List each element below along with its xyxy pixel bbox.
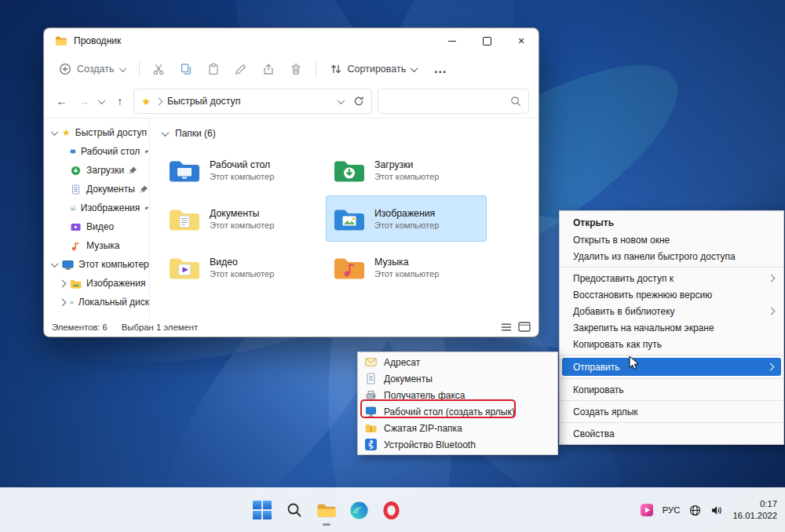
folder-tile-desktop[interactable]: Рабочий столЭтот компьютер (161, 147, 322, 193)
breadcrumb[interactable]: ★ Быстрый доступ (133, 89, 372, 114)
rename-button[interactable] (228, 56, 254, 82)
minimize-button[interactable] (435, 28, 469, 53)
sidebar-item-downloads[interactable]: Загрузки (49, 161, 149, 180)
refresh-icon[interactable] (353, 96, 364, 107)
send-to-item-mail-recipient[interactable]: Адресат (358, 354, 557, 370)
edge-button[interactable] (343, 494, 374, 526)
language-indicator[interactable]: РУС (663, 505, 681, 515)
menu-separator (560, 267, 783, 268)
sidebar-item-local-disk[interactable]: Локальный диск (49, 293, 149, 312)
more-options-button[interactable]: … (425, 61, 455, 77)
address-dropdown-icon[interactable] (338, 97, 345, 104)
chevron-right-icon[interactable] (59, 298, 67, 306)
cut-button[interactable] (146, 56, 172, 82)
chevron-down-icon[interactable] (51, 260, 59, 268)
network-globe-icon[interactable] (689, 505, 701, 516)
send-to-item-zip-folder[interactable]: Сжатая ZIP-папка (358, 420, 557, 436)
document-icon (365, 373, 377, 384)
large-icons-view-icon[interactable] (518, 322, 531, 332)
menu-separator (560, 355, 783, 355)
opera-button[interactable] (375, 494, 407, 526)
back-button[interactable]: ← (53, 95, 70, 107)
plus-icon (59, 63, 71, 75)
context-menu-item-add-to-library[interactable]: Добавить в библиотеку (560, 303, 783, 319)
sidebar-item-pictures[interactable]: Изображения (49, 199, 149, 217)
up-button[interactable]: ↑ (111, 95, 128, 107)
folder-tile-downloads[interactable]: ЗагрузкиЭтот компьютер (326, 147, 487, 193)
recent-locations-icon[interactable] (98, 97, 106, 104)
menu-separator (560, 378, 783, 379)
details-view-icon[interactable] (501, 322, 512, 332)
folder-tile-music[interactable]: МузыкаЭтот компьютер (326, 244, 487, 290)
context-menu-item-unpin-quick-access[interactable]: Удалить из панели быстрого доступа (560, 248, 783, 264)
share-icon (262, 63, 275, 75)
folders-group-header[interactable]: Папки (6) (162, 128, 529, 139)
file-explorer-button[interactable] (311, 494, 342, 526)
status-bar: Элементов: 6 Выбран 1 элемент (44, 317, 539, 337)
chevron-down-icon (411, 64, 418, 72)
zip-folder-icon (365, 422, 377, 434)
create-label: Создать (77, 64, 115, 75)
windows-logo-icon (253, 501, 272, 519)
sort-label: Сортировать (348, 64, 407, 75)
item-count: Элементов: 6 (52, 322, 108, 332)
context-menu-item-give-access[interactable]: Предоставить доступ к (560, 270, 783, 286)
context-menu-item-copy[interactable]: Копировать (560, 381, 783, 398)
chevron-right-icon[interactable] (59, 279, 67, 287)
tray-time: 0:17 (732, 498, 777, 510)
context-menu-item-properties[interactable]: Свойства (560, 425, 783, 442)
sort-icon (330, 63, 342, 75)
breadcrumb-label[interactable]: Быстрый доступ (167, 96, 240, 107)
tray-media-icon[interactable] (641, 504, 653, 516)
sidebar-item-documents[interactable]: Документы (49, 180, 149, 199)
send-to-item-documents[interactable]: Документы (358, 370, 557, 387)
chevron-down-icon[interactable] (51, 128, 59, 136)
submenu-arrow-icon (767, 363, 775, 371)
share-button[interactable] (256, 56, 282, 82)
sidebar-item-quick-access[interactable]: ★ Быстрый доступ (49, 123, 149, 142)
sidebar-item-desktop[interactable]: Рабочий стол (49, 142, 149, 161)
folder-tile-documents[interactable]: ДокументыЭтот компьютер (161, 195, 322, 242)
context-menu-item-restore-version[interactable]: Восстановить прежнюю версию (560, 286, 783, 303)
context-menu-item-pin-to-start[interactable]: Закрепить на начальном экране (560, 319, 783, 336)
bluetooth-icon (365, 439, 377, 450)
close-button[interactable]: × (504, 28, 539, 53)
pictures-folder-icon (332, 205, 367, 233)
desktop-folder-icon (167, 156, 202, 184)
rename-icon (235, 63, 247, 75)
sidebar-item-video[interactable]: Видео (49, 217, 149, 236)
context-menu-item-open[interactable]: Открыть (560, 213, 783, 231)
mouse-cursor (629, 355, 640, 371)
search-button[interactable] (279, 494, 310, 526)
sidebar-item-this-pc[interactable]: Этот компьютер (49, 255, 149, 274)
create-button[interactable]: Создать (52, 56, 133, 82)
context-menu-item-copy-as-path[interactable]: Копировать как путь (560, 336, 783, 352)
context-menu-item-send-to[interactable]: Отправить (562, 358, 781, 376)
clock[interactable]: 0:17 16.01.2022 (732, 498, 777, 523)
music-folder-icon (332, 253, 367, 282)
running-indicator (323, 523, 330, 526)
paste-button[interactable] (201, 56, 227, 82)
folder-tile-video[interactable]: ВидеоЭтот компьютер (161, 244, 322, 290)
context-menu-item-open-new-window[interactable]: Открыть в новом окне (560, 231, 783, 248)
send-to-item-bluetooth-device[interactable]: Устройство Bluetooth (358, 436, 557, 453)
volume-icon[interactable] (710, 505, 723, 516)
search-box[interactable] (378, 89, 529, 114)
delete-button[interactable] (283, 56, 309, 82)
search-input[interactable] (385, 89, 510, 114)
folder-tile-pictures-selected[interactable]: ИзображенияЭтот компьютер (326, 195, 487, 242)
sidebar-item-pictures-pc[interactable]: Изображения (49, 274, 149, 293)
forward-button[interactable]: → (75, 95, 92, 107)
copy-button[interactable] (173, 56, 199, 82)
navigation-pane: ★ Быстрый доступ Рабочий стол Загрузки Д… (44, 118, 149, 317)
sort-button[interactable]: Сортировать (323, 56, 425, 82)
documents-icon (70, 184, 82, 195)
mail-icon (365, 356, 377, 368)
title-bar[interactable]: Проводник × (44, 28, 539, 53)
maximize-button[interactable] (469, 28, 504, 53)
sidebar-item-music[interactable]: Музыка (49, 236, 149, 255)
collapse-icon[interactable] (162, 129, 170, 137)
context-menu-item-create-shortcut[interactable]: Создать ярлык (560, 403, 783, 420)
start-button[interactable] (246, 494, 278, 526)
taskbar: РУС 0:17 16.01.2022 (0, 487, 785, 532)
